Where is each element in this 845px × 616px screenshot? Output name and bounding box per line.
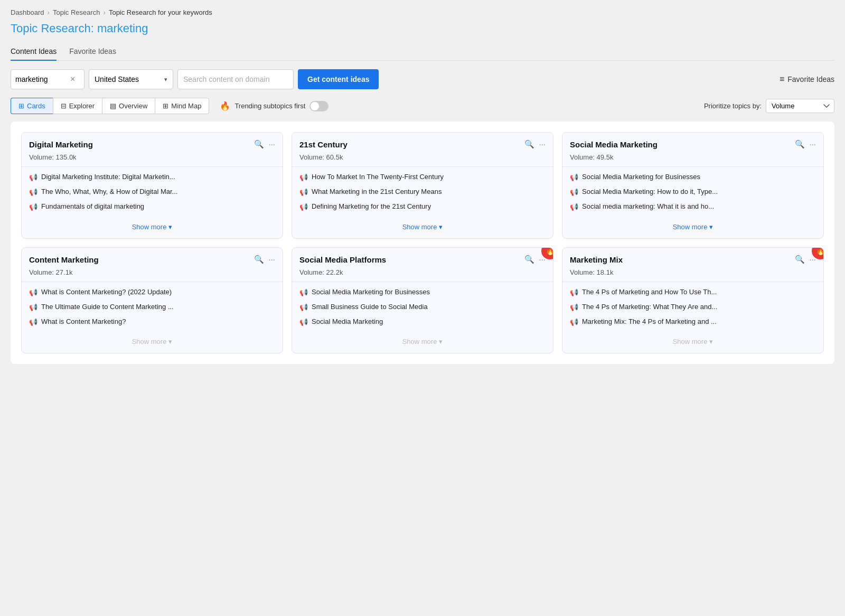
card-actions-2: 🔍 ···	[524, 140, 546, 148]
card-social-media-marketing: Social Media Marketing 🔍 ··· Volume: 49.…	[562, 132, 824, 239]
mindmap-icon: ⊞	[163, 102, 168, 110]
card-content-marketing: Content Marketing 🔍 ··· Volume: 27.1k 📢 …	[21, 247, 283, 354]
card-divider-5	[292, 282, 553, 282]
item-text: Social media marketing: What it is and h…	[582, 202, 714, 211]
card-header-4: Content Marketing 🔍 ···	[22, 248, 283, 268]
card-volume-5: Volume: 22.2k	[292, 268, 553, 282]
search-icon-2[interactable]: 🔍	[524, 140, 534, 148]
card-items-6: 📢 The 4 Ps of Marketing and How To Use T…	[562, 287, 823, 328]
card-header-5: Social Media Platforms 🔍 ···	[292, 248, 553, 268]
list-item: 📢 Social media marketing: What it is and…	[570, 202, 816, 212]
overview-label: Overview	[119, 102, 147, 110]
tab-favorite-ideas[interactable]: Favorite Ideas	[69, 43, 116, 61]
search-icon-1[interactable]: 🔍	[254, 140, 264, 148]
trending-toggle[interactable]	[309, 101, 328, 111]
chevron-down-icon: ▾	[709, 338, 713, 346]
search-icon-4[interactable]: 🔍	[254, 255, 264, 263]
more-icon-1[interactable]: ···	[268, 140, 275, 148]
item-text: Digital Marketing Institute: Digital Mar…	[41, 172, 175, 182]
list-item: 📢 The Ultimate Guide to Content Marketin…	[29, 302, 275, 312]
more-icon-4[interactable]: ···	[268, 255, 275, 263]
view-button-overview[interactable]: ▤ Overview	[102, 98, 155, 114]
prioritize-label: Prioritize topics by:	[704, 102, 762, 110]
search-icon-5[interactable]: 🔍	[524, 255, 534, 263]
trending-wrap: 🔥 Trending subtopics first	[220, 101, 328, 111]
view-button-mindmap[interactable]: ⊞ Mind Map	[155, 98, 209, 114]
country-select-wrap[interactable]: United States United Kingdom Canada ▾	[89, 69, 173, 89]
list-item: 📢 How To Market In The Twenty-First Cent…	[299, 172, 546, 182]
list-item: 📢 Fundamentals of digital marketing	[29, 202, 275, 212]
item-text: Social Media Marketing	[312, 317, 383, 326]
explorer-label: Explorer	[69, 102, 95, 110]
show-more-label-5: Show more	[402, 338, 437, 346]
overview-icon: ▤	[110, 102, 116, 110]
search-input[interactable]	[15, 75, 68, 83]
view-button-cards[interactable]: ⊞ Cards	[11, 98, 53, 114]
card-volume-2: Volume: 60.5k	[292, 153, 553, 166]
card-actions-1: 🔍 ···	[254, 140, 275, 148]
card-items-5: 📢 Social Media Marketing for Businesses …	[292, 287, 553, 328]
show-more-button-4[interactable]: Show more ▾	[132, 338, 173, 346]
list-item: 📢 Social Media Marketing: How to do it, …	[570, 187, 816, 197]
toolbar: × United States United Kingdom Canada ▾ …	[11, 69, 834, 89]
card-actions-5: 🔍 ···	[524, 255, 546, 263]
cards-grid: Digital Marketing 🔍 ··· Volume: 135.0k 📢…	[11, 122, 834, 364]
show-more-wrap-4: Show more ▾	[22, 332, 283, 353]
item-text: How To Market In The Twenty-First Centur…	[312, 172, 444, 182]
megaphone-icon: 📢	[299, 202, 308, 212]
card-items-3: 📢 Social Media Marketing for Businesses …	[562, 172, 823, 212]
chevron-down-icon: ▾	[709, 223, 713, 231]
megaphone-icon: 📢	[29, 318, 37, 327]
card-title-5: Social Media Platforms	[299, 255, 386, 264]
breadcrumb-dashboard[interactable]: Dashboard	[11, 8, 44, 16]
card-volume-1: Volume: 135.0k	[22, 153, 283, 166]
card-items-1: 📢 Digital Marketing Institute: Digital M…	[22, 172, 283, 212]
megaphone-icon: 📢	[570, 288, 578, 297]
clear-search-button[interactable]: ×	[70, 75, 75, 83]
get-ideas-button[interactable]: Get content ideas	[298, 69, 379, 89]
show-more-button-6[interactable]: Show more ▾	[673, 338, 713, 346]
tabs-bar: Content Ideas Favorite Ideas	[11, 43, 834, 61]
show-more-button-5[interactable]: Show more ▾	[402, 338, 443, 346]
card-divider-2	[292, 166, 553, 167]
view-button-explorer[interactable]: ⊟ Explorer	[53, 98, 102, 114]
more-icon-3[interactable]: ···	[809, 140, 816, 148]
megaphone-icon: 📢	[570, 173, 578, 182]
item-text: The Who, What, Why, & How of Digital Mar…	[41, 187, 177, 197]
domain-search-wrap[interactable]: Search content on domain	[177, 69, 294, 89]
card-header-1: Digital Marketing 🔍 ···	[22, 133, 283, 153]
more-icon-2[interactable]: ···	[539, 140, 546, 148]
card-21st-century: 21st Century 🔍 ··· Volume: 60.5k 📢 How T…	[292, 132, 553, 239]
megaphone-icon: 📢	[29, 303, 37, 312]
megaphone-icon: 📢	[570, 188, 578, 197]
card-volume-6: Volume: 18.1k	[562, 268, 823, 282]
card-divider-4	[22, 282, 283, 282]
country-select[interactable]: United States United Kingdom Canada	[95, 75, 164, 83]
megaphone-icon: 📢	[29, 202, 37, 212]
favorite-ideas-link[interactable]: ≡ Favorite Ideas	[780, 74, 834, 84]
megaphone-icon: 📢	[29, 288, 37, 297]
megaphone-icon: 📢	[299, 188, 308, 197]
show-more-label-1: Show more	[132, 223, 167, 231]
card-header-3: Social Media Marketing 🔍 ···	[562, 133, 823, 153]
flame-icon: 🔥	[220, 101, 230, 111]
show-more-button-3[interactable]: Show more ▾	[673, 223, 713, 231]
chevron-down-icon: ▾	[439, 338, 443, 346]
breadcrumb-topic-research[interactable]: Topic Research	[53, 8, 100, 16]
card-marketing-mix: 🔥 Marketing Mix 🔍 ··· Volume: 18.1k 📢 Th…	[562, 247, 824, 354]
item-text: Small Business Guide to Social Media	[312, 302, 428, 312]
list-item: 📢 Small Business Guide to Social Media	[299, 302, 546, 312]
item-text: Social Media Marketing: How to do it, Ty…	[582, 187, 718, 197]
search-icon-6[interactable]: 🔍	[795, 255, 805, 263]
show-more-button-1[interactable]: Show more ▾	[132, 223, 173, 231]
search-icon-3[interactable]: 🔍	[795, 140, 805, 148]
card-digital-marketing: Digital Marketing 🔍 ··· Volume: 135.0k 📢…	[21, 132, 283, 239]
show-more-button-2[interactable]: Show more ▾	[402, 223, 443, 231]
prioritize-select[interactable]: Volume Topic Efficiency	[766, 99, 834, 113]
tab-content-ideas[interactable]: Content Ideas	[11, 43, 57, 61]
card-title-6: Marketing Mix	[570, 255, 623, 264]
megaphone-icon: 📢	[570, 303, 578, 312]
show-more-wrap-5: Show more ▾	[292, 332, 553, 353]
card-social-media-platforms: 🔥 Social Media Platforms 🔍 ··· Volume: 2…	[292, 247, 553, 354]
chevron-down-icon: ▾	[168, 223, 172, 231]
